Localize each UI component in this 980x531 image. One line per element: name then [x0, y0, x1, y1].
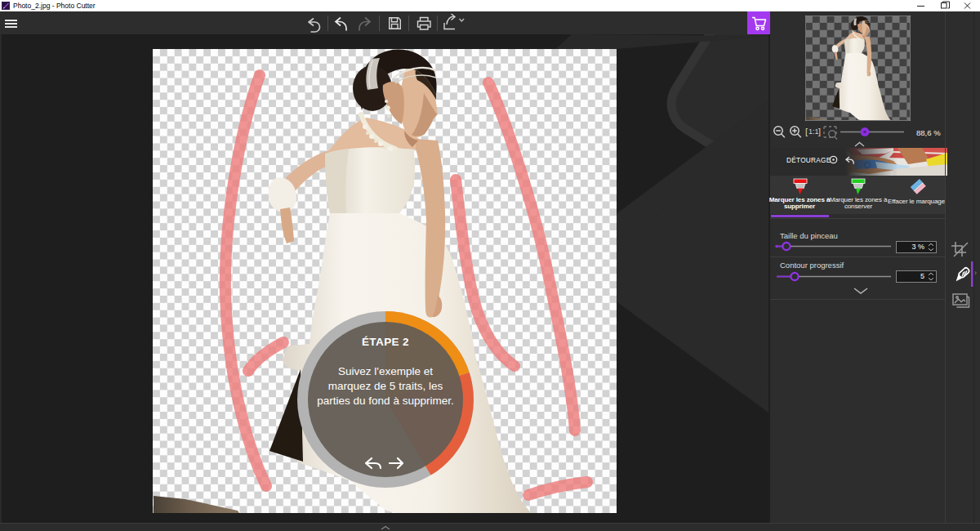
svg-text:ÉTAPE 2: ÉTAPE 2 [362, 336, 409, 348]
svg-text:1:1: 1:1 [808, 127, 819, 136]
svg-text:DÉTOURAGE: DÉTOURAGE [786, 156, 831, 164]
svg-text:[: [ [805, 127, 808, 136]
svg-text:parties du fond à supprimer.: parties du fond à supprimer. [317, 395, 453, 407]
svg-text:]: ] [818, 127, 821, 136]
svg-text:88,6 %: 88,6 % [916, 128, 941, 137]
svg-text:marquez de 5 traits, les: marquez de 5 traits, les [328, 380, 443, 392]
svg-text:Suivez l'exemple et: Suivez l'exemple et [338, 365, 433, 377]
